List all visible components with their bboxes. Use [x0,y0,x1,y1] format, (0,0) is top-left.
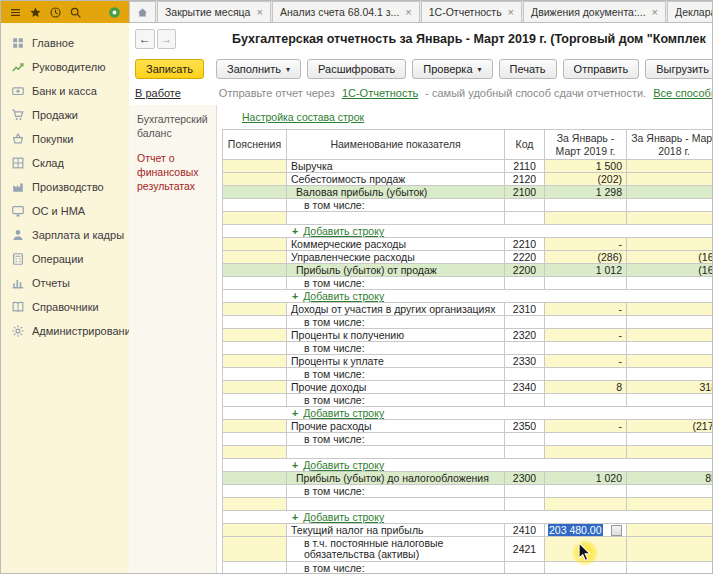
back-button[interactable]: ← [135,29,155,49]
value-2019-cell[interactable] [545,537,627,562]
sidebar-item-purchases[interactable]: Покупки [1,127,129,151]
tab-2[interactable]: 1С-Отчетность× [421,1,522,22]
value-2018-cell[interactable]: - [627,355,713,368]
explanation-cell[interactable] [223,277,287,290]
check-button[interactable]: Проверка▾ [412,59,492,79]
search-icon[interactable] [69,6,82,19]
value-2018-cell[interactable] [627,433,713,446]
sidebar-item-production[interactable]: Производство [1,175,129,199]
value-2018-cell[interactable]: - [627,238,713,251]
value-2019-cell[interactable]: 203 480.00 [545,524,627,537]
save-button[interactable]: Записать [135,59,204,79]
sidebar-item-reports[interactable]: Отчеты [1,271,129,295]
menu-icon[interactable] [9,6,22,19]
star-icon[interactable] [29,6,42,19]
explanation-cell[interactable] [223,251,287,264]
value-2018-cell[interactable]: - [627,303,713,316]
value-2019-cell[interactable]: - [545,303,627,316]
explanation-cell[interactable] [223,212,287,225]
value-2019-cell[interactable]: 1 012 [545,264,627,277]
sidebar-item-warehouse[interactable]: Склад [1,151,129,175]
explain-button[interactable]: Расшифровать [307,59,406,79]
explanation-cell[interactable] [223,381,287,394]
value-2019-cell[interactable] [545,368,627,381]
value-2019-cell[interactable] [545,277,627,290]
value-2018-cell[interactable]: (217) [627,420,713,433]
value-2019-cell[interactable] [545,446,627,459]
support-icon[interactable] [108,6,121,19]
sidebar-item-bank-cash[interactable]: Банк и касса [1,79,129,103]
explanation-cell[interactable] [223,537,287,562]
value-2019-cell[interactable]: - [545,420,627,433]
section-income-statement[interactable]: Отчет о финансовых результатах [137,152,212,193]
sidebar-item-administration[interactable]: Администрирование [1,319,129,343]
value-2018-cell[interactable] [627,277,713,290]
value-2019-cell[interactable]: - [545,329,627,342]
section-balance-sheet[interactable]: Бухгалтерский баланс [137,113,212,140]
value-2018-cell[interactable] [627,446,713,459]
value-2018-cell[interactable]: - [627,173,713,186]
add-row-link[interactable]: Добавить строку [303,511,384,523]
explanation-cell[interactable] [223,316,287,329]
tab-4[interactable]: Декларация по налогу н...× [667,1,712,22]
value-2019-cell[interactable]: 1 298 [545,186,627,199]
value-2018-cell[interactable]: 318 [627,381,713,394]
explanation-cell[interactable] [223,303,287,316]
tab-0[interactable]: Закрытие месяца× [157,1,271,22]
value-2018-cell[interactable] [627,524,713,537]
history-icon[interactable] [49,6,62,19]
value-2018-cell[interactable] [627,212,713,225]
sidebar-item-main[interactable]: Главное [1,31,129,55]
value-2019-cell[interactable]: (202) [545,173,627,186]
add-row-link[interactable]: Добавить строку [303,290,384,302]
value-2018-cell[interactable]: - [627,329,713,342]
value-2019-cell[interactable]: 8 [545,381,627,394]
close-icon[interactable]: × [256,7,262,18]
value-2019-cell[interactable] [545,562,627,574]
row-settings-link[interactable]: Настройка состава строк [242,111,364,123]
explanation-cell[interactable] [223,420,287,433]
fill-button[interactable]: Заполнить▾ [216,59,301,79]
print-button[interactable]: Печать [499,59,557,79]
value-2018-cell[interactable]: (16) [627,264,713,277]
value-2018-cell[interactable] [627,368,713,381]
value-2018-cell[interactable] [627,316,713,329]
value-2018-cell[interactable] [627,199,713,212]
value-2019-cell[interactable] [545,485,627,498]
home-tab[interactable] [129,1,156,22]
value-2018-cell[interactable]: - [627,160,713,173]
value-2019-cell[interactable] [545,316,627,329]
value-2018-cell[interactable] [627,394,713,407]
explanation-cell[interactable] [223,160,287,173]
value-2019-cell[interactable] [545,498,627,511]
explanation-cell[interactable] [223,498,287,511]
value-2019-cell[interactable] [545,342,627,355]
explanation-cell[interactable] [223,394,287,407]
explanation-cell[interactable] [223,238,287,251]
explanation-cell[interactable] [223,562,287,574]
export-button[interactable]: Выгрузить [645,59,713,79]
value-2018-cell[interactable]: (16) [627,251,713,264]
explanation-cell[interactable] [223,355,287,368]
explanation-cell[interactable] [223,485,287,498]
close-icon[interactable]: × [508,7,514,18]
sidebar-item-payroll-hr[interactable]: Зарплата и кадры [1,223,129,247]
service-link[interactable]: 1С-Отчетность [342,87,418,99]
all-ways-link[interactable]: Все способы [653,87,712,99]
sidebar-item-fixed-assets[interactable]: ОС и НМА [1,199,129,223]
explanation-cell[interactable] [223,472,287,485]
value-2018-cell[interactable] [627,498,713,511]
sidebar-item-manager[interactable]: Руководителю [1,55,129,79]
value-2019-cell[interactable] [545,394,627,407]
explanation-cell[interactable] [223,199,287,212]
explanation-cell[interactable] [223,446,287,459]
add-row-link[interactable]: Добавить строку [303,225,384,237]
add-row-link[interactable]: Добавить строку [303,407,384,419]
add-row-link[interactable]: Добавить строку [303,459,384,471]
value-2018-cell[interactable] [627,485,713,498]
value-2019-cell[interactable]: (286) [545,251,627,264]
value-2018-cell[interactable] [627,562,713,574]
value-2019-cell[interactable] [545,199,627,212]
value-2019-cell[interactable]: 1 500 [545,160,627,173]
explanation-cell[interactable] [223,433,287,446]
